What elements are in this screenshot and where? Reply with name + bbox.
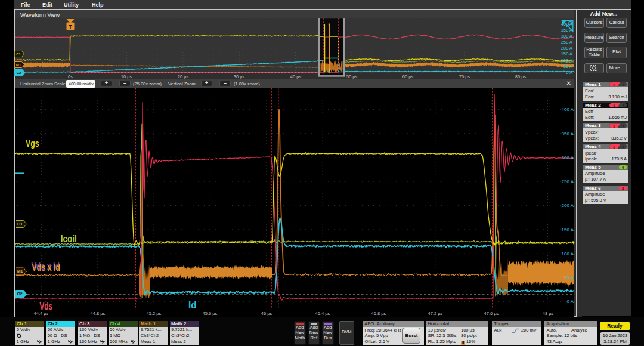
svg-text:46.8 µs: 46.8 µs <box>371 311 386 316</box>
svg-text:300 A: 300 A <box>562 155 574 160</box>
svg-text:0 A: 0 A <box>566 70 572 75</box>
svg-text:M1: M1 <box>16 63 21 67</box>
svg-text:Icoil: Icoil <box>61 233 77 244</box>
svg-text:100 A: 100 A <box>562 251 574 257</box>
svg-text:46 µs: 46 µs <box>261 311 273 316</box>
svg-text:44.8 µs: 44.8 µs <box>91 311 106 316</box>
svg-text:44.4 µs: 44.4 µs <box>34 311 49 316</box>
svg-text:C2: C2 <box>17 291 23 296</box>
svg-text:250 A: 250 A <box>561 39 572 45</box>
svg-text:150 A: 150 A <box>561 51 572 57</box>
svg-text:50 A: 50 A <box>564 64 572 69</box>
svg-text:Vds: Vds <box>39 301 52 311</box>
svg-text:250 A: 250 A <box>562 179 574 184</box>
svg-text:Vds x Id: Vds x Id <box>32 262 61 273</box>
svg-text:Id: Id <box>188 299 197 310</box>
svg-text:C1: C1 <box>16 52 21 56</box>
svg-text:200 A: 200 A <box>562 203 574 208</box>
svg-text:T: T <box>69 23 72 30</box>
svg-text:45.6 µs: 45.6 µs <box>203 311 218 316</box>
svg-text:48 µs: 48 µs <box>543 311 554 316</box>
svg-text:C2: C2 <box>17 71 21 75</box>
svg-text:50 A: 50 A <box>564 275 574 280</box>
svg-text:0 A: 0 A <box>566 299 574 304</box>
svg-text:C1: C1 <box>17 222 23 226</box>
svg-text:Vgs: Vgs <box>26 138 39 149</box>
svg-text:150 A: 150 A <box>562 227 574 233</box>
svg-text:M1: M1 <box>17 269 23 273</box>
svg-text:46.4 µs: 46.4 µs <box>315 311 330 316</box>
svg-text:47.2 µs: 47.2 µs <box>428 311 443 316</box>
svg-text:350 A: 350 A <box>561 27 572 33</box>
svg-text:100 A: 100 A <box>561 58 572 63</box>
svg-text:45.2 µs: 45.2 µs <box>147 311 162 316</box>
svg-text:400 A: 400 A <box>562 107 574 112</box>
svg-text:300 A: 300 A <box>561 33 572 39</box>
svg-text:47.6 µs: 47.6 µs <box>484 311 499 316</box>
svg-text:200 A: 200 A <box>561 45 572 51</box>
svg-text:350 A: 350 A <box>562 131 574 137</box>
